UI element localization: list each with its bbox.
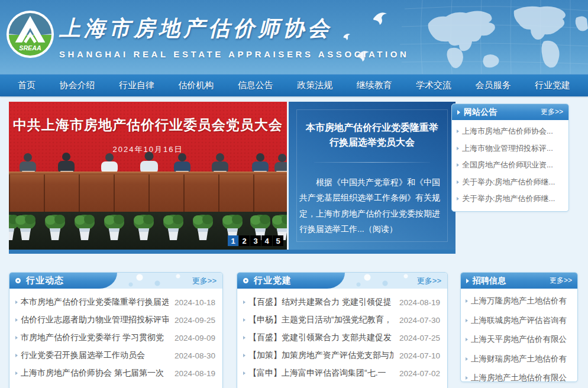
main-navigation: 首页 协会介绍 行业自律 估价机构 信息公告 政策法规 继续教育 学术交流 会员… xyxy=(0,74,588,96)
ring-icon xyxy=(243,278,248,283)
nav-item-academic[interactable]: 学术交流 xyxy=(416,80,451,91)
announcements-panel: 网站公告 更多>> 上海市房地产估价师协会... 上海市物业管理招投标评... … xyxy=(451,104,569,212)
feature-read-link[interactable]: （阅读） xyxy=(364,224,398,234)
announcements-title: 网站公告 xyxy=(464,107,541,118)
pager-page-2[interactable]: 2 xyxy=(239,235,250,246)
bullet-icon xyxy=(466,376,468,380)
recruitment-item[interactable]: 上海联城房地产评估咨询有 xyxy=(466,311,573,331)
recruitment-more-link[interactable]: 更多>> xyxy=(550,276,572,286)
announcement-item[interactable]: 上海市物业管理招投标评... xyxy=(457,140,564,157)
bullet-icon xyxy=(457,180,459,184)
news-item[interactable]: 【申杨】主题党日活动“加强党纪教育，2024-07-30 xyxy=(243,311,440,329)
recruitment-panel: 招聘信息 更多>> 上海万隆房地产土地估价有 上海联城房地产评估咨询有 上海天平… xyxy=(460,272,578,382)
industry-news-panel: 行业动态 更多>> 本市房地产估价行业党委隆重举行换届选2024-10-18 估… xyxy=(9,272,223,388)
news-item[interactable]: 【百盛】结对共建聚合力 党建引领促提2024-08-19 xyxy=(243,293,440,311)
recruitment-item[interactable]: 上海万隆房地产土地估价有 xyxy=(466,292,573,311)
pager-page-1[interactable]: 1 xyxy=(228,235,238,246)
party-building-header: 行业党建 更多>> xyxy=(237,273,447,289)
industry-news-header: 行业动态 更多>> xyxy=(9,273,222,289)
nav-item-announcements[interactable]: 信息公告 xyxy=(238,80,273,91)
arrow-right-icon xyxy=(457,110,460,115)
nav-item-home[interactable]: 首页 xyxy=(18,80,35,91)
feature-divider xyxy=(314,162,430,163)
announcement-item[interactable]: 关于举办:房地产估价师继... xyxy=(457,174,564,191)
news-item[interactable]: 上海市房地产估价师协会 第七届第一次2024-08-19 xyxy=(15,364,215,382)
announcement-item[interactable]: 上海市房地产估价师协会... xyxy=(457,123,564,140)
pager-page-3[interactable]: 3 xyxy=(250,235,261,246)
bullet-icon xyxy=(457,147,459,150)
bullet-icon xyxy=(243,336,245,340)
nav-item-policies[interactable]: 政策法规 xyxy=(297,80,332,91)
recruitment-item-partial[interactable]: 上海房地产土地估价有限公 xyxy=(466,368,573,382)
nav-item-education[interactable]: 继续教育 xyxy=(357,80,392,91)
recruitment-header: 招聘信息 更多>> xyxy=(461,273,577,289)
carousel-pager: 1 2 3 4 5 xyxy=(227,235,283,246)
recruitment-item[interactable]: 上海财瑞房地产土地估价有 xyxy=(466,350,573,369)
pager-page-5[interactable]: 5 xyxy=(273,235,283,246)
party-building-title: 行业党建 xyxy=(254,275,292,286)
bullet-icon xyxy=(15,318,18,322)
feature-panel: 本市房地产估价行业党委隆重举行换届选举党员大会 根据《中国共产党章程》和《中国共… xyxy=(289,102,455,250)
news-item[interactable]: 【百盛】党建引领聚合力 支部共建促发2024-07-25 xyxy=(243,329,440,347)
industry-news-more-link[interactable]: 更多>> xyxy=(192,276,217,286)
bullet-icon xyxy=(243,318,245,322)
ring-icon xyxy=(15,278,21,283)
bullet-icon xyxy=(457,163,459,167)
party-building-more-link[interactable]: 更多>> xyxy=(417,276,441,286)
bullet-icon xyxy=(466,338,468,341)
bullet-icon xyxy=(457,130,459,133)
nav-item-party[interactable]: 行业党建 xyxy=(535,80,570,91)
bullet-icon xyxy=(15,336,18,340)
bullet-icon xyxy=(466,299,468,303)
logo-acronym: SREAA xyxy=(19,44,41,51)
announcements-more-link[interactable]: 更多>> xyxy=(541,107,563,117)
news-item[interactable]: 估价行业志愿者助力物业管理招投标评审2024-09-25 xyxy=(15,311,215,329)
carousel: 中共上海市房地产估价行业委员会党员大会 2024年10月16日 xyxy=(9,102,455,254)
news-item[interactable]: 本市房地产估价行业党委隆重举行换届选2024-10-18 xyxy=(15,293,215,311)
bullet-icon xyxy=(15,354,18,357)
nav-item-about[interactable]: 协会介绍 xyxy=(59,80,95,91)
pager-page-4[interactable]: 4 xyxy=(261,235,272,246)
announcement-item[interactable]: 关于举办:房地产估价师继... xyxy=(457,190,564,208)
feature-title[interactable]: 本市房地产估价行业党委隆重举行换届选举党员大会 xyxy=(303,121,441,150)
bullet-icon xyxy=(243,300,245,304)
association-logo[interactable]: SREAA xyxy=(6,10,54,59)
nav-item-agencies[interactable]: 估价机构 xyxy=(178,80,214,91)
bullet-icon xyxy=(15,371,18,375)
site-header: SREAA 上海市房地产估价师协会 SHANGHAI REAL ESTATE A… xyxy=(0,0,588,74)
nav-item-self-discipline[interactable]: 行业自律 xyxy=(119,80,154,91)
site-title-english: SHANGHAI REAL ESTATE APPRAISERS ASSOCIAT… xyxy=(59,49,409,59)
bullet-icon xyxy=(243,371,245,375)
bullet-icon xyxy=(466,319,468,322)
nav-item-membership[interactable]: 会员服务 xyxy=(476,80,511,91)
bullet-icon xyxy=(457,197,459,201)
feature-body: 根据《中国共产党章程》和《中国共产党基层组织选举工作条例》有关规定，上海市房地产… xyxy=(299,174,445,237)
recruitment-title: 招聘信息 xyxy=(473,276,550,286)
news-item[interactable]: 行业党委召开换届选举工作动员会2024-08-30 xyxy=(15,347,215,364)
news-item[interactable]: 【加策】加策房地产资产评估党支部与加2024-07-10 xyxy=(243,347,440,364)
news-item[interactable]: 【富申】上海富申评估咨询集团“七.一2024-07-02 xyxy=(243,364,440,382)
bullet-icon xyxy=(243,354,245,357)
photo-banner-title: 中共上海市房地产估价行业委员会党员大会 xyxy=(9,116,287,134)
news-item[interactable]: 市房地产估价行业党委举行 学习贯彻党2024-09-09 xyxy=(15,329,215,347)
site-title-chinese: 上海市房地产估价师协会 xyxy=(59,14,409,43)
arrow-right-icon xyxy=(466,279,469,283)
announcement-item[interactable]: 全国房地产估价师职业资... xyxy=(457,157,564,174)
recruitment-item[interactable]: 上海天平房地产估价有限公 xyxy=(466,330,573,350)
photo-wooden-desk xyxy=(9,172,287,213)
industry-news-title: 行业动态 xyxy=(26,275,64,286)
party-building-panel: 行业党建 更多>> 【百盛】结对共建聚合力 党建引领促提2024-08-19 【… xyxy=(237,272,448,388)
announcements-header: 网站公告 更多>> xyxy=(452,104,568,120)
bullet-icon xyxy=(466,357,468,361)
carousel-slide-photo[interactable]: 中共上海市房地产估价行业委员会党员大会 2024年10月16日 xyxy=(9,102,287,250)
bullet-icon xyxy=(15,300,18,304)
